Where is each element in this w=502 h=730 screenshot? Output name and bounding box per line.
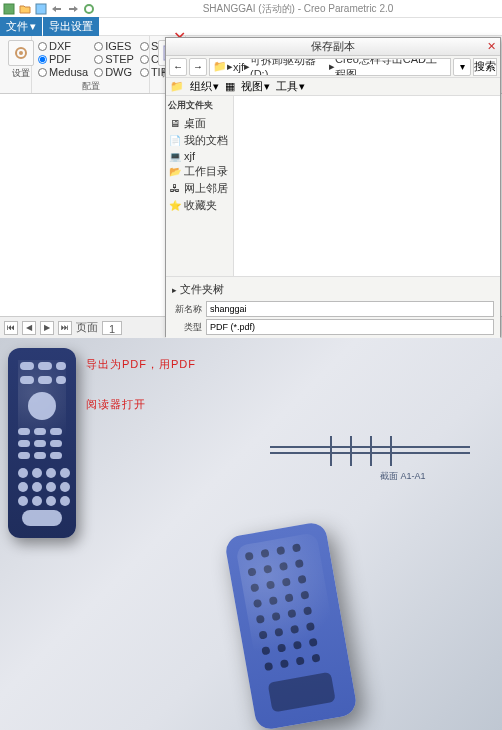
- dialog-sidebar: 公用文件夹 🖥桌面 📄我的文档 💻xjf 📂工作目录 🖧网上邻居 ⭐收藏夹: [166, 96, 234, 276]
- sidebar-item-favorites[interactable]: ⭐收藏夹: [168, 197, 231, 214]
- remote-control-2: [224, 521, 358, 730]
- chevron-down-icon: ▾: [299, 80, 305, 93]
- app-title: SHANGGAI (活动的) - Creo Parametric 2.0: [96, 2, 500, 16]
- annotation-line1: 导出为PDF，用PDF: [86, 344, 196, 384]
- sidebar-item-user[interactable]: 💻xjf: [168, 149, 231, 163]
- annotation-line2: 阅读器打开: [86, 384, 196, 424]
- type-label: 类型: [172, 321, 202, 334]
- network-icon: 🖧: [169, 183, 181, 195]
- folder-icon: 📁: [213, 60, 227, 73]
- menu-export-settings[interactable]: 导出设置: [43, 17, 99, 36]
- quick-access-toolbar: [2, 2, 96, 16]
- chevron-down-icon: ▾: [30, 20, 36, 33]
- dialog-title: 保存副本: [311, 39, 355, 54]
- format-radio-grid: DXF IGES Stheno PDF STEP CGM Medusa DWG …: [36, 38, 145, 80]
- svg-rect-1: [36, 4, 46, 14]
- computer-icon: 💻: [169, 150, 181, 162]
- format-dxf[interactable]: DXF: [38, 40, 88, 52]
- path-dropdown[interactable]: ▾: [453, 58, 471, 76]
- titlebar: SHANGGAI (活动的) - Creo Parametric 2.0: [0, 0, 502, 18]
- sidebar-header: 公用文件夹: [168, 99, 231, 112]
- field-newname-row: 新名称: [172, 301, 494, 317]
- sidebar-item-workdir[interactable]: 📂工作目录: [168, 163, 231, 180]
- ribbon-group-label-config: 配置: [36, 80, 145, 93]
- folder-tree-toggle[interactable]: ▸ 文件夹树: [172, 280, 494, 299]
- search-button[interactable]: 搜索: [473, 58, 497, 76]
- toolbar-tools[interactable]: 工具▾: [276, 79, 305, 94]
- menubar: 文件▾ 导出设置: [0, 18, 502, 36]
- toolbar-view[interactable]: 视图▾: [241, 79, 270, 94]
- dialog-file-list[interactable]: [234, 96, 500, 276]
- newname-label: 新名称: [172, 303, 202, 316]
- dialog-body: 公用文件夹 🖥桌面 📄我的文档 💻xjf 📂工作目录 🖧网上邻居 ⭐收藏夹: [166, 96, 500, 276]
- dialog-toolbar: 📁 组织▾ ▦ 视图▾ 工具▾: [166, 78, 500, 96]
- page-number: 1: [102, 321, 122, 335]
- new-file-icon[interactable]: [2, 2, 16, 16]
- sidebar-item-documents[interactable]: 📄我的文档: [168, 132, 231, 149]
- format-medusa[interactable]: Medusa: [38, 66, 88, 78]
- type-input[interactable]: [206, 319, 494, 335]
- star-icon: ⭐: [169, 200, 181, 212]
- documents-icon: 📄: [169, 135, 181, 147]
- ribbon-group-formats: DXF IGES Stheno PDF STEP CGM Medusa DWG …: [32, 36, 150, 93]
- nav-back-button[interactable]: ←: [169, 58, 187, 76]
- sidebar-item-network[interactable]: 🖧网上邻居: [168, 180, 231, 197]
- chevron-down-icon: ▾: [213, 80, 219, 93]
- dialog-titlebar: 保存副本 ✕: [166, 38, 500, 56]
- last-page-button[interactable]: ⏭: [58, 321, 72, 335]
- chevron-down-icon: ▾: [264, 80, 270, 93]
- prev-page-button[interactable]: ◀: [22, 321, 36, 335]
- save-copy-dialog: 保存副本 ✕ ← → 📁 ▸ xjf ▸ 可拆卸驱动器 (D:) ▸ Creo怎…: [165, 37, 501, 337]
- sidebar-item-desktop[interactable]: 🖥桌面: [168, 115, 231, 132]
- technical-drawing: 截面 A1-A1: [270, 416, 480, 496]
- svg-point-4: [19, 51, 23, 55]
- open-file-icon[interactable]: [18, 2, 32, 16]
- drawing-label: 截面 A1-A1: [380, 470, 426, 483]
- nav-fwd-button[interactable]: →: [189, 58, 207, 76]
- first-page-button[interactable]: ⏮: [4, 321, 18, 335]
- dialog-navbar: ← → 📁 ▸ xjf ▸ 可拆卸驱动器 (D:) ▸ Creo怎样导出CAD工…: [166, 56, 500, 78]
- format-iges[interactable]: IGES: [94, 40, 134, 52]
- svg-rect-0: [4, 4, 14, 14]
- page-label: 页面: [76, 320, 98, 335]
- dialog-close-button[interactable]: ✕: [484, 39, 498, 53]
- ribbon-group-settings: 设置: [0, 36, 32, 93]
- gear-icon: [8, 40, 34, 66]
- redo-icon[interactable]: [66, 2, 80, 16]
- svg-point-2: [85, 5, 93, 13]
- menu-file[interactable]: 文件▾: [0, 17, 42, 36]
- format-pdf[interactable]: PDF: [38, 53, 88, 65]
- folder-icon: 📂: [169, 166, 181, 178]
- field-type-row: 类型: [172, 319, 494, 335]
- toolbar-views-icon[interactable]: ▦: [225, 80, 235, 93]
- regen-icon[interactable]: [82, 2, 96, 16]
- annotation-text: 导出为PDF，用PDF 阅读器打开: [86, 344, 196, 424]
- desktop-icon: 🖥: [169, 118, 181, 130]
- photo-region: 导出为PDF，用PDF 阅读器打开 截面 A1-A1: [0, 338, 502, 730]
- remote-control-1: [8, 348, 76, 538]
- save-icon[interactable]: [34, 2, 48, 16]
- next-page-button[interactable]: ▶: [40, 321, 54, 335]
- toolbar-new-folder-icon[interactable]: 📁: [170, 80, 184, 93]
- undo-icon[interactable]: [50, 2, 64, 16]
- path-breadcrumb[interactable]: 📁 ▸ xjf ▸ 可拆卸驱动器 (D:) ▸ Creo怎样导出CAD工程图: [209, 58, 451, 76]
- format-step[interactable]: STEP: [94, 53, 134, 65]
- toolbar-organize[interactable]: 组织▾: [190, 79, 219, 94]
- newname-input[interactable]: [206, 301, 494, 317]
- format-dwg[interactable]: DWG: [94, 66, 134, 78]
